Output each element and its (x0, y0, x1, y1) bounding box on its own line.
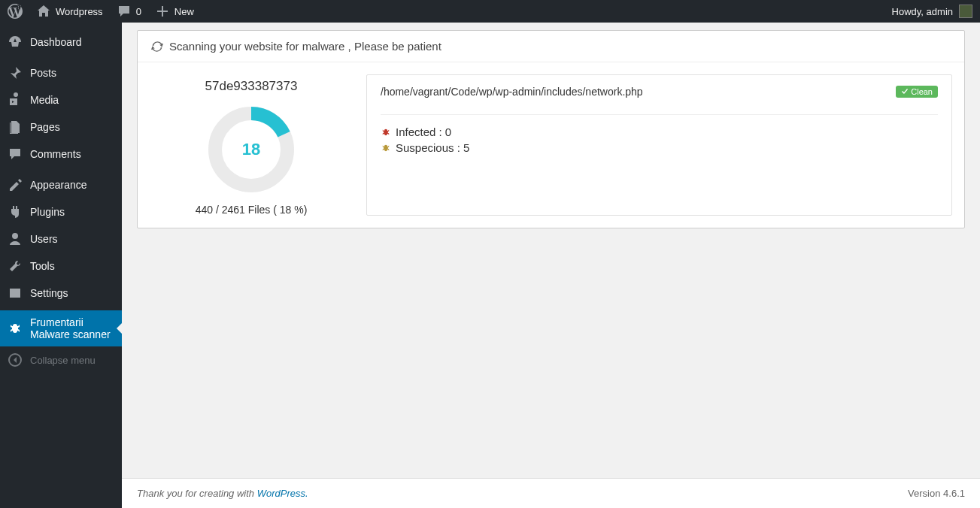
bug-yellow-icon (381, 143, 391, 153)
scan-progress-text: 440 / 2461 Files ( 18 %) (150, 204, 353, 216)
plugins-icon (8, 204, 23, 219)
scan-results-panel: /home/vagrant/Code/wp/wp-admin/includes/… (366, 74, 952, 216)
refresh-icon (151, 41, 163, 53)
suspecious-text: Suspecious : 5 (396, 141, 469, 154)
sidebar-item-pages[interactable]: Pages (0, 113, 122, 141)
sidebar-item-label: Pages (30, 121, 60, 133)
sidebar-item-tools[interactable]: Tools (0, 252, 122, 280)
scan-card: Scanning your website for malware , Plea… (137, 30, 965, 228)
admin-bar-left: Wordpress 0 New (8, 4, 194, 19)
pages-icon (8, 119, 23, 135)
sidebar-item-label: Appearance (30, 179, 87, 191)
suspecious-stat: Suspecious : 5 (381, 141, 938, 154)
sidebar-item-comments[interactable]: Comments (0, 141, 122, 168)
check-icon (901, 88, 909, 95)
wp-logo[interactable] (8, 4, 23, 19)
sidebar-item-label: Settings (30, 287, 68, 299)
main-content: Scanning your website for malware , Plea… (122, 23, 980, 508)
collapse-label: Collapse menu (30, 355, 96, 366)
sidebar-item-media[interactable]: Media (0, 86, 122, 113)
sidebar-item-appearance[interactable]: Appearance (0, 171, 122, 198)
scan-card-body: 57de933387373 18 440 / 2461 Files ( 18 %… (138, 62, 964, 228)
plus-icon (155, 4, 170, 19)
sidebar-item-label: Plugins (30, 206, 65, 218)
sidebar-item-label: Tools (30, 260, 55, 272)
infected-text: Infected : 0 (396, 125, 451, 138)
settings-icon (8, 286, 23, 301)
scan-id: 57de933387373 (150, 79, 353, 94)
howdy-text: Howdy, admin (892, 6, 953, 17)
site-name-link[interactable]: Wordpress (36, 4, 103, 19)
users-icon (8, 231, 23, 246)
sidebar-item-posts[interactable]: Posts (0, 59, 122, 86)
sidebar-item-label: Posts (30, 67, 56, 79)
admin-footer: Thank you for creating with WordPress. V… (122, 478, 980, 508)
sidebar-item-settings[interactable]: Settings (0, 280, 122, 307)
appearance-icon (8, 177, 23, 192)
dashboard-icon (8, 35, 23, 50)
bug-red-icon (381, 127, 391, 138)
current-file-row: /home/vagrant/Code/wp/wp-admin/includes/… (381, 86, 938, 115)
clean-label: Clean (911, 87, 933, 96)
footer-wordpress-link[interactable]: WordPress. (257, 488, 308, 499)
admin-bar: Wordpress 0 New Howdy, admin (0, 0, 980, 23)
sidebar-item-label: Frumentarii Malware scanner (30, 316, 114, 340)
comment-icon (8, 147, 23, 162)
wordpress-icon (8, 4, 23, 19)
sidebar-item-dashboard[interactable]: Dashboard (0, 29, 122, 56)
sidebar-item-users[interactable]: Users (0, 225, 122, 252)
sidebar-item-label: Dashboard (30, 36, 82, 48)
footer-version: Version 4.6.1 (908, 488, 965, 499)
sidebar-item-frumentarii[interactable]: Frumentarii Malware scanner (0, 310, 122, 346)
sidebar-item-label: Comments (30, 148, 81, 160)
progress-donut: 18 (206, 104, 296, 195)
footer-thanks: Thank you for creating with WordPress. (137, 488, 308, 499)
clean-badge: Clean (896, 86, 938, 98)
pin-icon (8, 65, 23, 80)
new-label: New (174, 6, 194, 17)
comments-count: 0 (136, 6, 141, 17)
avatar (959, 5, 972, 18)
home-icon (36, 4, 51, 19)
collapse-menu[interactable]: Collapse menu (0, 346, 122, 373)
scan-progress-panel: 57de933387373 18 440 / 2461 Files ( 18 %… (150, 74, 353, 216)
donut-percent: 18 (206, 104, 296, 195)
footer-thanks-text: Thank you for creating with (137, 488, 257, 499)
sidebar-item-label: Media (30, 94, 59, 106)
current-file-path: /home/vagrant/Code/wp/wp-admin/includes/… (381, 86, 643, 98)
sidebar-item-plugins[interactable]: Plugins (0, 198, 122, 225)
comments-icon (117, 4, 132, 19)
bug-icon (8, 321, 23, 336)
site-name: Wordpress (56, 6, 103, 17)
media-icon (8, 92, 23, 107)
scan-card-header: Scanning your website for malware , Plea… (138, 31, 964, 62)
admin-sidebar: Dashboard Posts Media Pages Comments App… (0, 23, 122, 508)
infected-stat: Infected : 0 (381, 125, 938, 138)
admin-bar-right[interactable]: Howdy, admin (892, 5, 972, 18)
collapse-icon (8, 352, 23, 367)
tools-icon (8, 259, 23, 274)
scan-header-text: Scanning your website for malware , Plea… (169, 40, 441, 53)
comments-link[interactable]: 0 (117, 4, 141, 19)
sidebar-item-label: Users (30, 233, 58, 245)
new-content-link[interactable]: New (155, 4, 194, 19)
